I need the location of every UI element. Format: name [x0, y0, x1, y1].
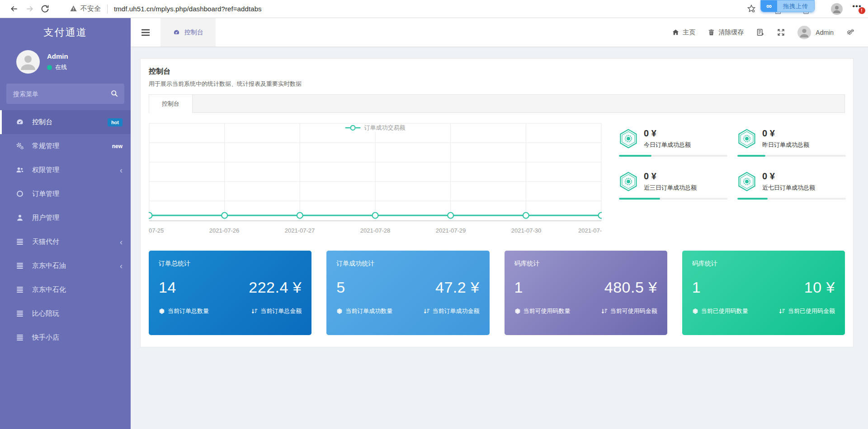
app-window: 支付通道 Admin 在线 控制台 hot [0, 18, 868, 429]
admin-avatar [797, 26, 811, 39]
card-amount-label: 当前可使用码金额 [601, 307, 657, 315]
online-status-dot [47, 65, 52, 70]
favorite-star-icon[interactable] [747, 4, 756, 15]
user-name: Admin [47, 52, 68, 60]
page-subtitle: 用于展示当前系统中的统计数据、统计报表及重要实时数据 [149, 80, 845, 88]
dashboard-icon [15, 117, 25, 127]
tab-dashboard[interactable]: 控制台 [160, 18, 216, 47]
browser-toolbar-right: ∞ 拖拽上传 •••! [737, 0, 868, 18]
browser-update-badge: ! [859, 7, 865, 14]
stat-value: 0 ¥ [644, 171, 697, 182]
stat-3day-success-total: 0 ¥ 近三日订单成功总额 [619, 171, 727, 200]
menu-search [6, 84, 124, 104]
sidebar-item-label: 权限管理 [32, 166, 59, 174]
card-order-total: 订单总统计 14 222.4 ¥ 当前订单总数量 当前订单总金额 [149, 251, 311, 335]
new-badge: new [112, 143, 123, 149]
browser-reload-button[interactable] [37, 1, 52, 17]
clear-cache-link[interactable]: 清除缓存 [708, 28, 744, 37]
sidebar-item-dashboard[interactable]: 控制台 hot [0, 110, 131, 134]
card-count-label: 当前订单成功数量 [336, 307, 392, 315]
hot-badge: hot [108, 118, 123, 126]
address-divider [107, 5, 108, 14]
sidebar-item-label: 比心陪玩 [32, 309, 59, 318]
panel-tab-dashboard[interactable]: 控制台 [149, 94, 193, 113]
users-icon [15, 165, 25, 175]
hexagon-badge-icon [619, 171, 638, 192]
sidebar-item-kuaishou[interactable]: 快手小店 [0, 326, 131, 350]
sidebar-item-bixin[interactable]: 比心陪玩 [0, 302, 131, 326]
browser-address-bar[interactable]: 不安全 tmdf.uh51.cn/mplys.php/dashboard?ref… [70, 5, 262, 14]
list-icon [15, 309, 25, 319]
stat-progress-bar [619, 198, 727, 200]
sidebar-item-users[interactable]: 用户管理 [0, 206, 131, 230]
page-title: 控制台 [149, 67, 845, 76]
card-amount-label: 当前已使用码金额 [779, 307, 835, 315]
stat-progress-bar [737, 155, 846, 157]
drag-upload-popup[interactable]: ∞ 拖拽上传 [760, 0, 815, 12]
x-tick: 2021-07-28 [360, 227, 391, 234]
sidebar-item-general[interactable]: 常规管理 new [0, 134, 131, 158]
tab-label: 控制台 [184, 28, 203, 37]
not-secure-label: 不安全 [80, 5, 101, 13]
language-switch-button[interactable] [756, 28, 764, 37]
chevron-left-icon: ‹ [120, 262, 123, 270]
orders-line-chart: 订单成功交易额 [149, 123, 602, 238]
user-icon [15, 213, 25, 223]
settings-button[interactable] [846, 28, 854, 37]
stat-7day-success-total: 0 ¥ 近七日订单成功总额 [737, 171, 846, 200]
main-area: 控制台 主页 清除缓存 [131, 18, 868, 429]
card-amount: 47.2 ¥ [435, 279, 480, 296]
admin-profile-menu[interactable]: Admin [797, 26, 834, 39]
not-secure-warning-icon [70, 5, 80, 14]
card-title: 订单总统计 [159, 260, 302, 268]
trash-icon [708, 28, 715, 36]
upload-popup-label: 拖拽上传 [777, 0, 814, 12]
sort-amount-icon [601, 308, 608, 314]
online-status-label: 在线 [55, 63, 67, 71]
list-icon [15, 237, 25, 247]
sidebar-item-permissions[interactable]: 权限管理 ‹ [0, 158, 131, 182]
home-link[interactable]: 主页 [672, 28, 695, 37]
clear-cache-label: 清除缓存 [718, 28, 744, 37]
card-amount: 480.5 ¥ [604, 279, 657, 296]
search-icon[interactable] [110, 89, 119, 100]
x-tick: 2021-07-30 [511, 227, 542, 234]
fullscreen-button[interactable] [777, 28, 785, 37]
menu-search-input[interactable] [6, 84, 124, 104]
stat-label: 今日订单成功总额 [644, 141, 691, 149]
card-count: 5 [336, 279, 345, 296]
hexagon-badge-icon [619, 128, 638, 149]
sidebar-toggle-button[interactable] [131, 18, 160, 47]
browser-menu-button[interactable]: •••! [852, 2, 862, 11]
gem-icon [159, 308, 165, 314]
x-tick: 2021-07-27 [285, 227, 315, 234]
stat-progress-bar [737, 198, 846, 200]
user-avatar[interactable] [16, 50, 40, 74]
sidebar-item-tmall[interactable]: 天猫代付 ‹ [0, 230, 131, 254]
page-url: tmdf.uh51.cn/mplys.php/dashboard?ref=add… [114, 5, 262, 13]
card-count-label: 当前订单总数量 [159, 307, 209, 315]
card-title: 码库统计 [514, 260, 657, 268]
browser-back-button[interactable] [6, 1, 22, 17]
chevron-left-icon: ‹ [120, 166, 123, 174]
gem-icon [336, 308, 343, 314]
x-tick: 2021-07-26 [209, 227, 240, 234]
stat-value: 0 ¥ [762, 128, 809, 139]
sidebar-item-jd-sinopec[interactable]: 京东中石化 [0, 278, 131, 302]
browser-forward-button[interactable] [22, 1, 37, 17]
chevron-left-icon: ‹ [120, 238, 123, 246]
sidebar-item-jd-petrochina[interactable]: 京东中石油 ‹ [0, 254, 131, 278]
home-label: 主页 [683, 28, 695, 37]
chart-plot-area [149, 123, 602, 221]
stat-label: 昨日订单成功总额 [762, 141, 809, 149]
admin-name: Admin [816, 29, 834, 36]
browser-profile-avatar[interactable] [831, 3, 843, 15]
card-codes-available: 码库统计 1 480.5 ¥ 当前可使用码数量 当前可使用码金额 [505, 251, 667, 335]
sidebar-item-orders[interactable]: 订单管理 [0, 182, 131, 206]
stat-value: 0 ¥ [762, 171, 815, 182]
card-amount-label: 当前订单总金额 [251, 307, 302, 315]
stat-label: 近三日订单成功总额 [644, 184, 697, 192]
sort-amount-icon [251, 308, 258, 314]
sort-amount-icon [424, 308, 430, 314]
chart-legend[interactable]: 订单成功交易额 [344, 124, 407, 132]
